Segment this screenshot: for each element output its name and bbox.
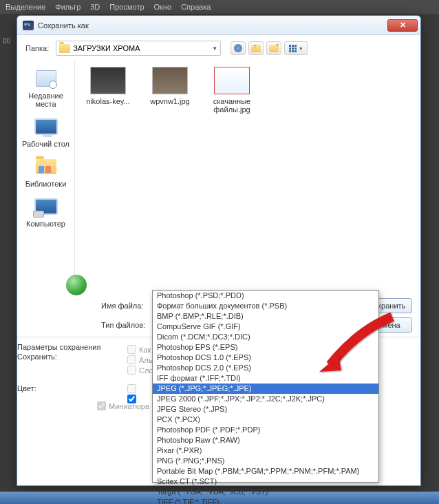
thumbnail-checkbox[interactable]: Миниатюра	[97, 401, 149, 410]
filetype-option[interactable]: Photoshop Raw (*.RAW)	[153, 435, 378, 445]
new-folder-icon	[269, 45, 279, 52]
menu-item[interactable]: Фильтр	[55, 3, 81, 11]
filetype-option[interactable]: JPEG (*.JPG;*.JPEG;*.JPE)	[153, 384, 378, 394]
filetype-option[interactable]: Photoshop PDF (*.PDF;*.PDP)	[153, 425, 378, 435]
new-folder-button[interactable]	[266, 41, 281, 55]
app-menu-bar: Выделение Фильтр 3D Просмотр Окно Справк…	[0, 0, 439, 14]
menu-item[interactable]: 3D	[90, 3, 100, 11]
filetype-option[interactable]: Формат больших документов (*.PSB)	[153, 301, 378, 311]
file-item[interactable]: nikolas-key...	[83, 67, 133, 105]
file-name: скачанные файлы.jpg	[207, 97, 257, 114]
folder-name: ЗАГРУЗКИ ХРОМА	[73, 44, 140, 52]
filetype-option[interactable]: TIFF (*.TIF;*.TIFF)	[153, 497, 378, 504]
file-item[interactable]: скачанные файлы.jpg	[207, 67, 257, 114]
menu-item[interactable]: Просмотр	[109, 3, 144, 11]
filetype-option[interactable]: IFF формат (*.IFF;*.TDI)	[153, 373, 378, 384]
filetype-dropdown-list[interactable]: Photoshop (*.PSD;*.PDD)Формат больших до…	[152, 290, 379, 483]
chevron-down-icon: ▼	[299, 46, 303, 51]
file-name: wpvnw1.jpg	[150, 97, 189, 105]
dialog-title: Сохранить как	[38, 21, 387, 30]
place-computer[interactable]: Компьютер	[17, 192, 74, 231]
thumbnail	[90, 67, 126, 94]
filetype-option[interactable]: Photoshop DCS 1.0 (*.EPS)	[153, 353, 378, 363]
up-folder-button[interactable]	[248, 41, 264, 55]
computer-icon	[34, 198, 58, 215]
network-icon	[66, 275, 87, 295]
chevron-down-icon: ▼	[212, 45, 217, 52]
file-item[interactable]: wpvnw1.jpg	[145, 67, 195, 105]
filetype-option[interactable]: Scitex CT (*.SCT)	[153, 476, 378, 487]
file-name: nikolas-key...	[86, 97, 129, 105]
menu-item[interactable]: Справка	[181, 3, 211, 11]
file-list[interactable]: nikolas-key... wpvnw1.jpg скачанные файл…	[75, 60, 420, 294]
dialog-titlebar[interactable]: Сохранить как ✕	[17, 16, 420, 35]
params-title: Параметры сохранения	[17, 343, 100, 351]
desktop-icon	[34, 118, 58, 135]
place-libraries[interactable]: Библиотеки	[17, 152, 74, 191]
libraries-icon	[36, 159, 56, 174]
places-sidebar: Недавние места Рабочий стол Библиотеки К…	[17, 60, 75, 294]
filetype-option[interactable]: BMP (*.BMP;*.RLE;*.DIB)	[153, 311, 378, 322]
filetype-option[interactable]: Dicom (*.DCM;*.DC3;*.DIC)	[153, 332, 378, 342]
grid-icon	[289, 45, 297, 52]
view-mode-button[interactable]: ▼	[284, 41, 308, 55]
filetype-option[interactable]: Pixar (*.PXR)	[153, 445, 378, 456]
save-options-label: Сохранить:	[17, 353, 65, 361]
thumbnail	[214, 67, 250, 94]
filetype-option[interactable]: PNG (*.PNG;*.PNS)	[153, 456, 378, 466]
photoshop-icon	[23, 21, 34, 30]
close-button[interactable]: ✕	[387, 19, 418, 32]
folder-icon	[59, 44, 70, 53]
check-color1[interactable]	[127, 384, 139, 393]
color-options-label: Цвет:	[17, 384, 65, 392]
place-label: Компьютер	[26, 220, 65, 228]
filetype-option[interactable]: JPEG Stereo (*.JPS)	[153, 404, 378, 414]
place-desktop[interactable]: Рабочий стол	[17, 112, 74, 151]
thumbnail	[152, 67, 188, 94]
filetype-option[interactable]: Targa (*.TGA;*.VDA;*.ICB;*.VST)	[153, 487, 378, 497]
recent-icon	[36, 70, 56, 87]
filetype-option[interactable]: Photoshop DCS 2.0 (*.EPS)	[153, 363, 378, 373]
filetype-option[interactable]: JPEG 2000 (*.JPF;*.JPX;*.JP2;*.J2C;*.J2K…	[153, 394, 378, 404]
filetype-label: Тип файлов:	[101, 321, 149, 329]
place-recent[interactable]: Недавние места	[17, 64, 74, 111]
filetype-option[interactable]: Photoshop EPS (*.EPS)	[153, 342, 378, 353]
filetype-option[interactable]: Photoshop (*.PSD;*.PDD)	[153, 291, 378, 301]
back-icon	[234, 44, 242, 52]
folder-up-icon	[251, 45, 261, 52]
place-label: Недавние места	[19, 92, 73, 108]
back-button[interactable]	[231, 41, 246, 55]
filetype-option[interactable]: PCX (*.PCX)	[153, 414, 378, 425]
folder-label: Папка:	[25, 44, 49, 52]
menu-item[interactable]: Выделение	[6, 3, 45, 11]
ruler-mark: 00	[3, 37, 10, 45]
folder-toolbar: Папка: ЗАГРУЗКИ ХРОМА ▼ ▼	[17, 35, 420, 60]
place-label: Рабочий стол	[22, 140, 69, 148]
place-label: Библиотеки	[25, 180, 67, 188]
filename-label: Имя файла:	[101, 302, 149, 310]
filetype-option[interactable]: Portable Bit Map (*.PBM;*.PGM;*.PPM;*.PN…	[153, 466, 378, 476]
menu-item[interactable]: Окно	[154, 3, 172, 11]
folder-dropdown[interactable]: ЗАГРУЗКИ ХРОМА ▼	[56, 41, 221, 56]
filetype-option[interactable]: CompuServe GIF (*.GIF)	[153, 322, 378, 332]
